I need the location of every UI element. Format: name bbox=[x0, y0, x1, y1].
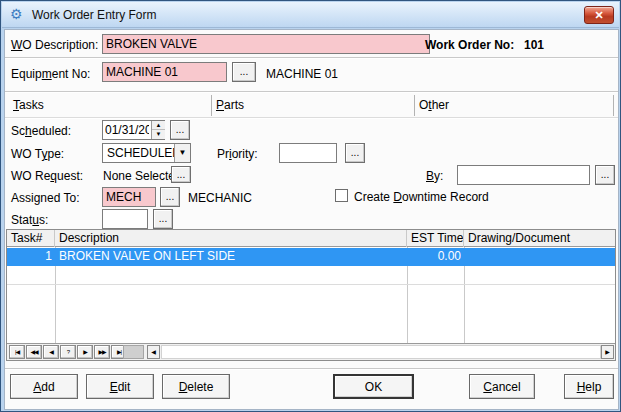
tasks-grid: Task# Description EST Time Drawing/Docum… bbox=[6, 229, 616, 361]
separator bbox=[5, 117, 618, 119]
create-downtime-checkbox[interactable] bbox=[335, 189, 348, 202]
scrollbar-thumb[interactable] bbox=[123, 345, 144, 359]
work-order-no-value: 101 bbox=[524, 38, 544, 52]
equipment-browse-button[interactable]: ... bbox=[232, 62, 256, 82]
cell-drawing-document bbox=[468, 249, 613, 265]
status-input[interactable] bbox=[102, 209, 148, 229]
wo-type-value: SCHEDULED bbox=[107, 146, 181, 160]
by-browse-button[interactable]: ... bbox=[595, 165, 615, 185]
equipment-no-input[interactable] bbox=[102, 62, 227, 82]
scrollbar-track[interactable] bbox=[161, 345, 601, 359]
priority-browse-button[interactable]: ... bbox=[345, 143, 365, 163]
wo-description-input[interactable] bbox=[102, 34, 430, 54]
chevron-down-icon[interactable]: ▼ bbox=[174, 144, 190, 162]
work-order-entry-form-window: ⚙ Work Order Entry Form ✕ WO Description… bbox=[0, 0, 621, 412]
wo-type-label: WO Type: bbox=[11, 147, 64, 161]
ok-button[interactable]: OK bbox=[333, 374, 414, 399]
column-header-est-time[interactable]: EST Time bbox=[407, 230, 464, 247]
cell-description: BROKEN VALVE ON LEFT SIDE bbox=[59, 249, 405, 265]
scroll-left-icon[interactable]: ◀ bbox=[147, 345, 160, 359]
form-client-area: WO Description: Work Order No: 101 Equip… bbox=[4, 29, 619, 410]
status-browse-button[interactable]: ... bbox=[153, 209, 173, 229]
screenshot: ⚙ Work Order Entry Form ✕ WO Description… bbox=[0, 0, 621, 412]
assigned-to-label: Assigned To: bbox=[11, 191, 80, 205]
nav-first-button[interactable]: |◀ bbox=[9, 345, 25, 359]
grid-header-row: Task# Description EST Time Drawing/Docum… bbox=[7, 230, 615, 247]
equipment-no-label: Equipment No: bbox=[11, 67, 90, 81]
tab-divider bbox=[211, 95, 212, 116]
scheduled-date-field: ▲ ▼ bbox=[102, 120, 165, 140]
assigned-to-browse-button[interactable]: ... bbox=[160, 187, 180, 207]
help-button[interactable]: Help bbox=[564, 374, 614, 399]
wo-request-value: None Selected bbox=[103, 169, 182, 183]
cancel-button[interactable]: Cancel bbox=[469, 374, 535, 399]
table-row-selected[interactable]: 1 BROKEN VALVE ON LEFT SIDE 0.00 bbox=[7, 248, 615, 266]
scheduled-date-spinner: ▲ ▼ bbox=[151, 121, 164, 139]
gear-icon: ⚙ bbox=[10, 6, 23, 22]
assigned-to-input[interactable] bbox=[102, 187, 156, 207]
tab-parts[interactable]: Parts bbox=[216, 98, 244, 112]
separator bbox=[5, 91, 618, 93]
close-button[interactable]: ✕ bbox=[584, 6, 614, 24]
assigned-to-display: MECHANIC bbox=[188, 191, 252, 205]
nav-next-button[interactable]: ▶ bbox=[77, 345, 93, 359]
nav-prior-page-button[interactable]: ◀◀ bbox=[26, 345, 42, 359]
grid-row-line bbox=[7, 284, 615, 285]
wo-description-label: WO Description: bbox=[11, 38, 98, 52]
tab-other[interactable]: Other bbox=[419, 98, 449, 112]
scroll-right-icon[interactable]: ▶ bbox=[601, 345, 614, 359]
window-title: Work Order Entry Form bbox=[32, 8, 156, 22]
wo-request-label: WO Request: bbox=[11, 169, 83, 183]
edit-button[interactable]: Edit bbox=[86, 374, 154, 399]
spin-up-icon[interactable]: ▲ bbox=[152, 121, 165, 130]
wo-type-dropdown[interactable]: SCHEDULED ▼ bbox=[102, 143, 191, 163]
column-header-task-no[interactable]: Task# bbox=[7, 230, 55, 247]
scheduled-browse-button[interactable]: ... bbox=[170, 120, 190, 140]
separator bbox=[5, 57, 618, 59]
separator bbox=[5, 368, 618, 370]
column-header-description[interactable]: Description bbox=[55, 230, 407, 247]
nav-next-page-button[interactable]: ▶▶ bbox=[94, 345, 110, 359]
equipment-display-name: MACHINE 01 bbox=[266, 67, 338, 81]
tab-divider bbox=[613, 95, 614, 116]
scheduled-label: Scheduled: bbox=[11, 124, 71, 138]
title-bar[interactable]: ⚙ Work Order Entry Form ✕ bbox=[2, 2, 619, 28]
grid-navigator-bar: |◀ ◀◀ ◀ ? ▶ ▶▶ ▶| ◀ ▶ bbox=[7, 343, 615, 360]
nav-help-button[interactable]: ? bbox=[60, 345, 76, 359]
by-input[interactable] bbox=[457, 165, 590, 185]
spin-down-icon[interactable]: ▼ bbox=[152, 130, 165, 139]
status-label: Status: bbox=[11, 213, 48, 227]
priority-label: Priority: bbox=[217, 147, 258, 161]
by-label: By: bbox=[426, 169, 443, 183]
tab-divider bbox=[414, 95, 415, 116]
nav-prior-button[interactable]: ◀ bbox=[43, 345, 59, 359]
column-header-drawing-document[interactable]: Drawing/Document bbox=[464, 230, 615, 247]
scheduled-date-input[interactable] bbox=[103, 121, 151, 139]
wo-request-browse-button[interactable]: ... bbox=[171, 166, 191, 183]
work-order-no-label: Work Order No: bbox=[425, 38, 514, 52]
delete-button[interactable]: Delete bbox=[162, 374, 230, 399]
close-icon: ✕ bbox=[594, 9, 603, 21]
add-button[interactable]: Add bbox=[10, 374, 78, 399]
cell-task-no: 1 bbox=[7, 249, 52, 265]
cell-est-time: 0.00 bbox=[407, 249, 461, 265]
priority-input[interactable] bbox=[279, 143, 337, 163]
tab-tasks[interactable]: Tasks bbox=[13, 98, 44, 112]
create-downtime-label: Create Downtime Record bbox=[354, 190, 489, 204]
